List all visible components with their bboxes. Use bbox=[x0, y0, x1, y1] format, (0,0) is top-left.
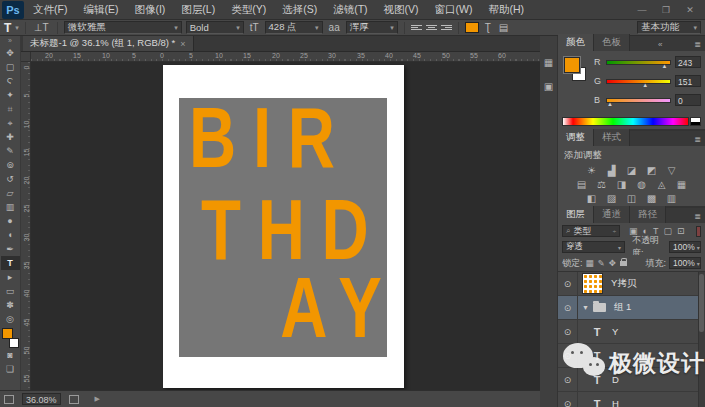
layer-filter-select[interactable]: ⌕ 类型 ÷ bbox=[562, 225, 620, 237]
font-style-select[interactable]: Bold▾ bbox=[186, 21, 244, 34]
text-color-swatch[interactable] bbox=[465, 22, 479, 33]
color-panel-swatches[interactable] bbox=[564, 57, 590, 83]
type-tool-icon[interactable]: T bbox=[4, 21, 11, 35]
maximize-button[interactable]: ❐ bbox=[655, 3, 677, 17]
threshold-icon[interactable]: ◫ bbox=[625, 192, 638, 205]
close-button[interactable]: ✕ bbox=[679, 3, 701, 17]
green-slider-handle[interactable]: ▲ bbox=[642, 82, 648, 88]
posterize-icon[interactable]: ▨ bbox=[605, 192, 618, 205]
history-panel-icon[interactable]: ▦ bbox=[542, 56, 556, 70]
blue-slider-handle[interactable]: ▲ bbox=[607, 101, 613, 107]
visibility-eye-icon[interactable]: ⊙ bbox=[558, 296, 578, 319]
color-spectrum-bar[interactable] bbox=[562, 117, 689, 126]
tab-color[interactable]: 颜色 bbox=[558, 34, 594, 51]
history-brush-tool[interactable]: ↺ bbox=[1, 172, 20, 186]
levels-icon[interactable]: ▟ bbox=[605, 164, 618, 177]
poster-gray-panel[interactable]: BIR THD AY bbox=[179, 98, 387, 357]
text-orientation-icon[interactable]: ⊥T bbox=[32, 22, 51, 33]
exposure-icon[interactable]: ◩ bbox=[645, 164, 658, 177]
menu-view[interactable]: 视图(V) bbox=[377, 1, 426, 19]
vibrance-icon[interactable]: ▽ bbox=[665, 164, 678, 177]
photo-filter-icon[interactable]: ◍ bbox=[635, 178, 648, 191]
curves-icon[interactable]: ◪ bbox=[625, 164, 638, 177]
hue-saturation-icon[interactable]: ▤ bbox=[575, 178, 588, 191]
font-size-select[interactable]: 428 点▾ bbox=[265, 21, 323, 34]
properties-panel-icon[interactable]: ▣ bbox=[542, 80, 556, 94]
menu-help[interactable]: 帮助(H) bbox=[482, 1, 532, 19]
foreground-color-swatch[interactable] bbox=[564, 57, 580, 73]
layer-row-group1[interactable]: ⊙ ▼ 组 1 bbox=[558, 296, 705, 320]
tab-adjustments[interactable]: 调整 bbox=[558, 129, 594, 146]
gradient-map-icon[interactable]: ▥ bbox=[665, 192, 678, 205]
anti-alias-select[interactable]: 浑厚▾ bbox=[346, 21, 398, 34]
panel-menu-icon[interactable]: ≣ bbox=[694, 40, 705, 51]
menu-window[interactable]: 窗口(W) bbox=[428, 1, 480, 19]
menu-image[interactable]: 图像(I) bbox=[127, 1, 172, 19]
color-balance-icon[interactable]: ⚖ bbox=[595, 178, 608, 191]
filter-smart-objects-icon[interactable]: ⊡ bbox=[677, 226, 685, 236]
blue-slider[interactable]: ▲ bbox=[606, 98, 671, 103]
tab-layers[interactable]: 图层 bbox=[558, 206, 594, 223]
menu-select[interactable]: 选择(S) bbox=[275, 1, 324, 19]
poster-line-3[interactable]: AY bbox=[281, 264, 387, 350]
pen-tool[interactable]: ✒ bbox=[1, 242, 20, 256]
blur-tool[interactable]: ● bbox=[1, 214, 20, 228]
lock-transparent-icon[interactable]: ▦ bbox=[586, 258, 594, 268]
invert-icon[interactable]: ◧ bbox=[585, 192, 598, 205]
align-left-icon[interactable] bbox=[411, 24, 422, 31]
ruler-corner[interactable] bbox=[21, 52, 31, 62]
visibility-eye-icon[interactable]: ⊙ bbox=[558, 272, 578, 295]
move-tool[interactable]: ✥ bbox=[1, 46, 20, 60]
canvas-pasteboard[interactable]: BIR THD AY bbox=[31, 62, 540, 390]
brightness-contrast-icon[interactable]: ☀ bbox=[585, 164, 598, 177]
menu-filter[interactable]: 滤镜(T) bbox=[326, 1, 374, 19]
red-slider-handle[interactable]: ▲ bbox=[662, 63, 668, 69]
tab-styles[interactable]: 样式 bbox=[594, 129, 630, 146]
gradient-tool[interactable]: ▥ bbox=[1, 200, 20, 214]
brush-tool[interactable]: ✎ bbox=[1, 144, 20, 158]
red-slider[interactable]: ▲ bbox=[606, 60, 671, 65]
zoom-tool[interactable]: ◎ bbox=[1, 312, 20, 326]
toolbar-collapse-icon[interactable]: » bbox=[8, 36, 12, 46]
channel-mixer-icon[interactable]: ◬ bbox=[655, 178, 668, 191]
group-expand-caret-icon[interactable]: ▼ bbox=[582, 304, 589, 311]
tab-close-icon[interactable]: × bbox=[180, 39, 185, 49]
layer-row-y-copy[interactable]: ⊙ Y拷贝 bbox=[558, 272, 705, 296]
blue-value-field[interactable]: 0 bbox=[675, 94, 701, 106]
foreground-color-swatch[interactable] bbox=[2, 328, 13, 339]
menu-file[interactable]: 文件(F) bbox=[26, 1, 74, 19]
green-value-field[interactable]: 151 bbox=[675, 75, 701, 87]
align-center-icon[interactable] bbox=[426, 24, 437, 31]
crop-tool[interactable]: ⌗ bbox=[1, 102, 20, 116]
spectrum-bw-swatch[interactable] bbox=[690, 117, 701, 126]
green-slider[interactable]: ▲ bbox=[606, 79, 671, 84]
toggle-panels-icon[interactable]: ▤ bbox=[497, 22, 510, 33]
quick-selection-tool[interactable]: ✦ bbox=[1, 88, 20, 102]
hand-tool[interactable]: ✽ bbox=[1, 298, 20, 312]
background-color-swatch[interactable] bbox=[9, 338, 19, 348]
poster-line-1[interactable]: BIR bbox=[189, 98, 352, 180]
lasso-tool[interactable]: Ϛ bbox=[1, 74, 20, 88]
layer-row-text-h[interactable]: ⊙ T H bbox=[558, 392, 705, 407]
dodge-tool[interactable]: ◖ bbox=[1, 228, 20, 242]
menu-type[interactable]: 类型(Y) bbox=[224, 1, 273, 19]
zoom-level-field[interactable]: 36.08% bbox=[22, 393, 61, 405]
fill-field[interactable]: 100%▾ bbox=[669, 257, 701, 269]
document-tab[interactable]: 未标题-1 @ 36.1% (组 1, RGB/8) * × bbox=[23, 36, 194, 51]
tool-preset-caret-icon[interactable]: ▾ bbox=[15, 24, 19, 32]
tab-channels[interactable]: 通道 bbox=[594, 206, 630, 223]
type-tool[interactable]: T bbox=[1, 256, 20, 270]
screen-mode-button[interactable]: ❏ bbox=[1, 362, 20, 376]
quick-mask-button[interactable]: ◙ bbox=[1, 348, 20, 362]
lock-pixels-icon[interactable]: ✎ bbox=[598, 258, 605, 268]
marquee-tool[interactable]: ▢ bbox=[1, 60, 20, 74]
selective-color-icon[interactable]: ▩ bbox=[645, 192, 658, 205]
lock-position-icon[interactable]: ✥ bbox=[609, 258, 616, 268]
align-right-icon[interactable] bbox=[441, 24, 452, 31]
lock-all-icon[interactable] bbox=[620, 258, 627, 266]
eyedropper-tool[interactable]: ⌖ bbox=[1, 116, 20, 130]
menu-edit[interactable]: 编辑(E) bbox=[76, 1, 125, 19]
color-lookup-icon[interactable]: ▦ bbox=[675, 178, 688, 191]
visibility-eye-icon[interactable]: ⊙ bbox=[558, 392, 578, 407]
status-arrow-icon[interactable]: ▶ bbox=[95, 395, 100, 403]
